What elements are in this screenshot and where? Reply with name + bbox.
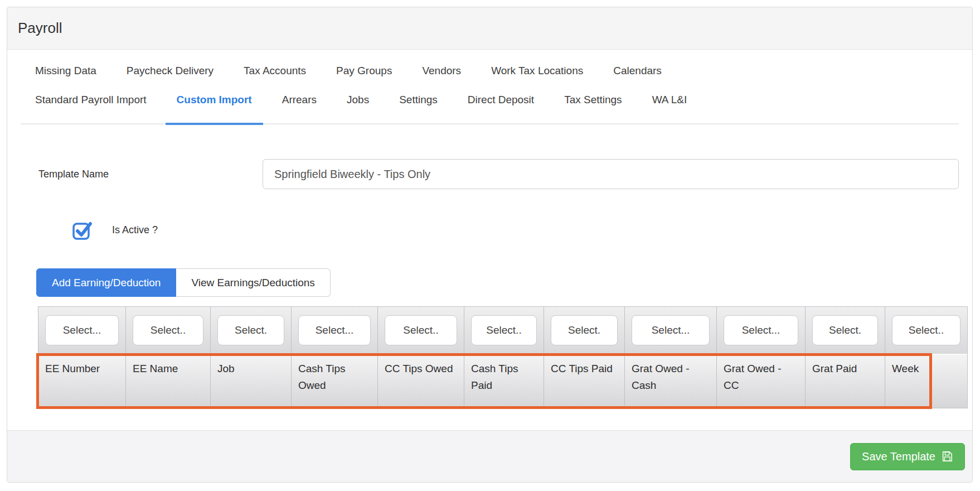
column-header-cell: Cash Tips Owed bbox=[292, 355, 378, 408]
column-header-cell: EE Number bbox=[38, 355, 126, 408]
primary-tab[interactable]: Paycheck Delivery bbox=[115, 65, 225, 77]
panel-content: Missing Data Paycheck Delivery Tax Accou… bbox=[7, 50, 972, 430]
select-cell: Select... bbox=[625, 307, 717, 354]
primary-tabs: Missing Data Paycheck Delivery Tax Accou… bbox=[21, 65, 959, 77]
column-select-dropdown[interactable]: Select.. bbox=[892, 315, 960, 345]
column-select-dropdown[interactable]: Select. bbox=[812, 315, 878, 345]
is-active-row: Is Active ? bbox=[72, 219, 959, 240]
select-cell: Select.. bbox=[464, 307, 544, 354]
primary-tab[interactable]: Calendars bbox=[602, 65, 673, 77]
column-header-cell: Grat Owed - Cash bbox=[625, 355, 717, 408]
save-template-button[interactable]: Save Template bbox=[850, 443, 965, 470]
select-cell: Select.. bbox=[378, 307, 464, 354]
view-earnings-deductions-button[interactable]: View Earnings/Deductions bbox=[176, 268, 330, 297]
add-earning-deduction-button[interactable]: Add Earning/Deduction bbox=[36, 268, 176, 297]
column-select-dropdown[interactable]: Select. bbox=[551, 315, 618, 345]
column-mapping-table: Select... Select.. Select. Select... bbox=[38, 306, 968, 408]
page-title: Payroll bbox=[18, 20, 62, 37]
secondary-tab[interactable]: Jobs bbox=[336, 94, 380, 125]
secondary-tab[interactable]: Standard Payroll Import bbox=[24, 94, 158, 125]
column-header-cell: CC Tips Owed bbox=[378, 355, 464, 408]
column-select-dropdown[interactable]: Select... bbox=[298, 315, 371, 345]
panel-header: Payroll bbox=[7, 7, 972, 50]
select-cell: Select. bbox=[544, 307, 625, 354]
column-select-dropdown[interactable]: Select.. bbox=[471, 315, 537, 345]
column-header-cell: Grat Paid bbox=[806, 355, 885, 408]
template-name-input[interactable] bbox=[263, 159, 959, 189]
column-header-cell: Week bbox=[885, 355, 967, 408]
checked-checkbox-icon bbox=[72, 219, 93, 240]
payroll-panel: Payroll Missing Data Paycheck Delivery T… bbox=[7, 7, 973, 483]
secondary-tab[interactable]: Tax Settings bbox=[553, 94, 633, 125]
save-floppy-icon bbox=[941, 450, 953, 463]
column-select-dropdown[interactable]: Select.. bbox=[385, 315, 457, 345]
column-select-dropdown[interactable]: Select.. bbox=[133, 315, 203, 345]
earnings-button-group: Add Earning/Deduction View Earnings/Dedu… bbox=[36, 268, 959, 297]
column-select-dropdown[interactable]: Select... bbox=[724, 315, 798, 345]
secondary-tab[interactable]: WA L&I bbox=[641, 94, 698, 125]
column-select-dropdown[interactable]: Select. bbox=[217, 315, 284, 345]
template-name-row: Template Name bbox=[21, 159, 959, 189]
select-cell: Select.. bbox=[126, 307, 211, 354]
secondary-tab[interactable]: Arrears bbox=[271, 94, 328, 125]
panel-footer: Save Template bbox=[7, 430, 972, 482]
select-cell: Select. bbox=[806, 307, 885, 354]
column-header-cell: CC Tips Paid bbox=[544, 355, 625, 408]
column-header-cell: Grat Owed - CC bbox=[717, 355, 806, 408]
primary-tab[interactable]: Tax Accounts bbox=[232, 65, 317, 77]
select-cell: Select.. bbox=[885, 307, 967, 354]
select-cell: Select... bbox=[292, 307, 378, 354]
is-active-label: Is Active ? bbox=[112, 224, 158, 236]
secondary-tab[interactable]: Custom Import bbox=[166, 94, 263, 125]
secondary-tabs: Standard Payroll Import Custom Import Ar… bbox=[21, 94, 959, 124]
column-header-row: EE Number EE Name Job Cash Tips Owed CC … bbox=[38, 355, 967, 408]
primary-tab[interactable]: Work Tax Locations bbox=[480, 65, 594, 77]
primary-tab[interactable]: Vendors bbox=[411, 65, 472, 77]
select-cell: Select. bbox=[211, 307, 292, 354]
primary-tab[interactable]: Pay Groups bbox=[325, 65, 403, 77]
select-row: Select... Select.. Select. Select... bbox=[38, 307, 967, 355]
column-header-cell: Cash Tips Paid bbox=[464, 355, 544, 408]
column-select-dropdown[interactable]: Select... bbox=[45, 315, 119, 345]
select-cell: Select... bbox=[717, 307, 806, 354]
template-name-label: Template Name bbox=[38, 169, 263, 180]
column-header-cell: EE Name bbox=[126, 355, 211, 408]
column-select-dropdown[interactable]: Select... bbox=[632, 315, 710, 345]
select-cell: Select... bbox=[38, 307, 126, 354]
is-active-checkbox[interactable] bbox=[72, 219, 93, 240]
secondary-tab[interactable]: Settings bbox=[388, 94, 449, 125]
save-template-label: Save Template bbox=[862, 450, 935, 463]
mapping-table-grid: Select... Select.. Select. Select... bbox=[38, 306, 968, 408]
secondary-tab[interactable]: Direct Deposit bbox=[457, 94, 545, 125]
primary-tab[interactable]: Missing Data bbox=[24, 65, 108, 77]
column-header-cell: Job bbox=[211, 355, 292, 408]
